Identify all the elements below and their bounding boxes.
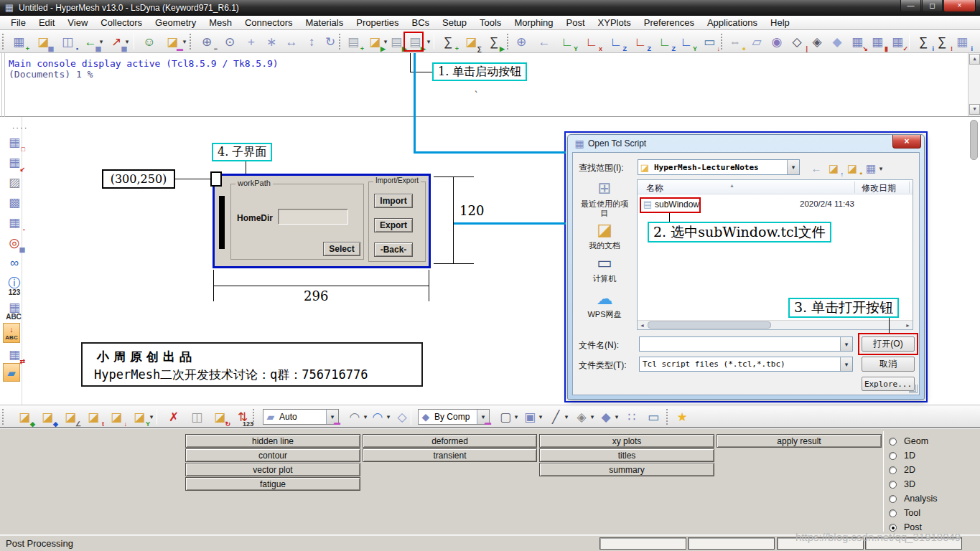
measure-distance-icon[interactable]: ⇔● xyxy=(727,33,744,50)
collector-dropdown-icon[interactable] xyxy=(148,408,155,425)
panel-button-titles[interactable]: titles xyxy=(539,448,714,462)
filetype-combo[interactable]: Tcl script files (*.tcl,*.tbc) xyxy=(639,357,853,372)
favorites-star-icon[interactable]: ★ xyxy=(673,408,691,425)
section-cut-icon[interactable]: ▦▮ xyxy=(869,33,886,50)
console-scrollbar[interactable]: ▲ ▼ xyxy=(968,53,980,116)
hscroll-left-button[interactable]: ◄ xyxy=(638,321,647,329)
line-display-icon[interactable]: ╱ xyxy=(547,408,564,425)
panel-button-xy-plots[interactable]: xy plots xyxy=(539,434,714,448)
layers-icon[interactable]: ◫ xyxy=(188,408,205,425)
toolbar-handle[interactable] xyxy=(339,34,341,50)
new-session-icon[interactable]: ▦+ xyxy=(10,33,27,50)
place-recent-items[interactable]: ⊞ 最近使用的项目 xyxy=(574,180,635,218)
view-zy-icon[interactable]: ∟Z xyxy=(656,33,673,50)
run-current-script-icon[interactable]: ▤▶ xyxy=(388,33,405,50)
radio-1d[interactable]: 1D xyxy=(889,451,915,461)
save-model-icon[interactable]: ◫▪ xyxy=(59,33,76,50)
summary-info-icon[interactable]: ∑i xyxy=(915,33,932,50)
export-icon[interactable]: ↗▦ xyxy=(108,33,125,50)
menu-morphing[interactable]: Morphing xyxy=(508,16,559,30)
radio-circle[interactable] xyxy=(889,495,897,503)
reverse-mask-icon[interactable]: ▦↙ xyxy=(6,154,23,171)
surface-wireframe-dropdown-icon[interactable] xyxy=(362,408,369,425)
filename-dropdown-icon[interactable] xyxy=(840,337,852,351)
column-date-header[interactable]: 修改日期 xyxy=(862,182,896,194)
menu-collectors[interactable]: Collectors xyxy=(94,16,149,30)
toolbar-handle[interactable] xyxy=(666,409,668,425)
element-wireframe-dropdown-icon[interactable] xyxy=(513,408,520,425)
panel-button-deformed[interactable]: deformed xyxy=(363,434,537,448)
annotate-button[interactable]: ↓ ABC xyxy=(3,323,20,343)
place-my-documents[interactable]: ◪ 我的文档 xyxy=(574,222,635,250)
model-check-icon[interactable]: ▦✓ xyxy=(889,33,906,50)
shaded-display-icon[interactable]: ▩ xyxy=(6,194,23,211)
graphics-scrollbar-thumb[interactable] xyxy=(970,120,978,160)
run-script-dropdown-icon[interactable] xyxy=(425,33,432,50)
radio-circle[interactable] xyxy=(889,452,897,460)
element-flat-icon[interactable]: ◈ xyxy=(573,408,590,425)
view-yx-icon[interactable]: ∟Y xyxy=(559,33,576,50)
close-button[interactable]: × xyxy=(943,0,976,12)
organize-icon[interactable]: ◪▬ xyxy=(164,33,181,50)
rotate-left-right-icon[interactable]: ↔ xyxy=(283,33,300,50)
menu-connectors[interactable]: Connectors xyxy=(238,16,299,30)
menu-tools[interactable]: Tools xyxy=(473,16,508,30)
open-button[interactable]: 打开(O) xyxy=(862,336,915,352)
open-model-icon[interactable]: ◪▦ xyxy=(34,33,52,50)
geometry-collector-icon[interactable]: ◪◆ xyxy=(16,408,33,425)
section-collector-icon[interactable]: ◪∠ xyxy=(62,408,79,425)
rotate-up-down-icon[interactable]: ↕ xyxy=(303,33,320,50)
column-name-header[interactable]: 名称 xyxy=(646,182,663,194)
menu-mesh[interactable]: Mesh xyxy=(202,16,238,30)
new-summary-icon[interactable]: ∑+ xyxy=(439,33,457,50)
element-flat-dropdown-icon[interactable] xyxy=(589,408,596,425)
element-shaded-dropdown-icon[interactable] xyxy=(537,408,544,425)
panel-button-transient[interactable]: transient xyxy=(363,448,537,462)
place-computer[interactable]: ▭ 计算机 xyxy=(574,255,635,283)
fit-view-icon[interactable]: + xyxy=(243,33,260,50)
screen-capture-icon[interactable]: ▭↓ xyxy=(701,33,718,50)
find-icon[interactable]: ∞ xyxy=(6,254,23,271)
systems-collector-icon[interactable]: ◪t xyxy=(85,408,102,425)
mask-icon[interactable]: ▦□ xyxy=(6,133,23,151)
menu-setup[interactable]: Setup xyxy=(436,16,473,30)
import-icon[interactable]: ←▦ xyxy=(82,33,99,50)
radio-geom[interactable]: Geom xyxy=(889,436,928,446)
export-dropdown-icon[interactable] xyxy=(123,33,131,50)
look-in-dropdown-icon[interactable] xyxy=(787,160,799,174)
file-list-hscrollbar[interactable]: ◄ ► xyxy=(638,320,913,329)
element-color-combo[interactable]: ◆▬ By Comp xyxy=(418,409,490,425)
surface-edit-button[interactable]: ▰ xyxy=(3,363,20,382)
column-divider[interactable] xyxy=(854,182,855,193)
geometry-display-combo[interactable]: ▰▬ Auto xyxy=(263,409,339,425)
zoom-in-out-icon[interactable]: ⊕− xyxy=(198,33,215,50)
panel-button-apply-result[interactable]: apply result xyxy=(717,434,882,448)
mass-calc-icon[interactable]: ◉ xyxy=(768,33,785,50)
radio-2d[interactable]: 2D xyxy=(889,465,915,475)
toolbar-handle[interactable] xyxy=(2,34,4,50)
radio-3d[interactable]: 3D xyxy=(889,479,915,489)
performance-monitor-icon[interactable]: ▭ xyxy=(645,408,662,425)
radio-analysis[interactable]: Analysis xyxy=(889,494,938,504)
element-solid-dropdown-icon[interactable] xyxy=(613,408,620,425)
element-shaded-icon[interactable]: ▣ xyxy=(521,408,538,425)
view-xz-icon[interactable]: ∟Z xyxy=(632,33,649,50)
menu-preferences[interactable]: Preferences xyxy=(638,16,701,30)
hscroll-thumb[interactable] xyxy=(648,321,771,329)
panel-button-hidden-line[interactable]: hidden line xyxy=(185,434,360,448)
minimize-button[interactable]: — xyxy=(900,0,921,12)
import-dropdown-icon[interactable] xyxy=(98,33,105,50)
renumber-icon[interactable]: ⇅123 xyxy=(234,408,251,425)
user-profile-icon[interactable]: ☺ xyxy=(141,33,158,50)
menu-view[interactable]: View xyxy=(61,16,94,30)
look-in-combo[interactable]: ◪ HyperMesh-LectureNotes xyxy=(638,159,800,175)
nav-up-folder-button[interactable]: ◪↑ xyxy=(826,160,841,176)
component-collector-icon[interactable]: ◪◆ xyxy=(39,408,56,425)
menu-geometry[interactable]: Geometry xyxy=(149,16,202,30)
view-xy-icon[interactable]: ∟x xyxy=(583,33,600,50)
nav-views-button[interactable]: ▦ xyxy=(863,160,879,176)
hscroll-right-button[interactable]: ► xyxy=(903,321,913,329)
spherical-clip-icon[interactable]: ◎▦ xyxy=(6,234,23,251)
toolbar-handle[interactable] xyxy=(507,34,509,50)
scroll-up-button[interactable]: ▲ xyxy=(969,54,980,65)
